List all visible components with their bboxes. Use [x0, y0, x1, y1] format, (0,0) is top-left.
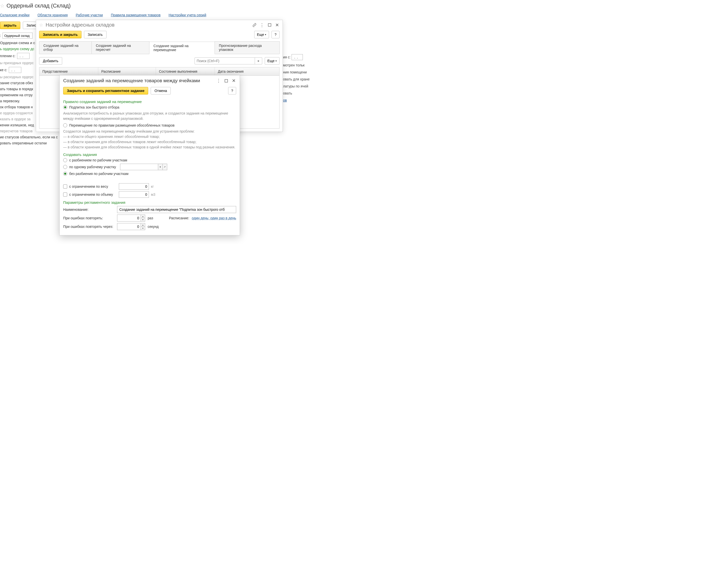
star-icon[interactable]: ☆	[39, 22, 43, 28]
bg-text7: е ордера создаются	[0, 111, 33, 115]
desc-replenish: Анализируется потребность в разных упако…	[63, 111, 236, 121]
schedule-label: Расписание:	[169, 216, 189, 220]
maximize-icon[interactable]	[224, 78, 229, 83]
tab-selection[interactable]: Создание заданий на отбор	[39, 41, 92, 54]
radio-split-areas[interactable]	[63, 158, 67, 162]
col-end-date[interactable]: Дата окончания	[215, 68, 279, 76]
save-close-button[interactable]: Закрыть и сохранить регламентное задание	[63, 87, 148, 94]
name-input[interactable]	[117, 206, 236, 213]
search-input[interactable]	[195, 57, 255, 65]
retry-label: При ошибках повторять:	[63, 216, 115, 220]
right4: латуры по ячей	[283, 84, 310, 88]
more-button-2[interactable]: Еще ▾	[265, 57, 280, 65]
col-schedule[interactable]: Расписание	[98, 68, 156, 76]
col-representation[interactable]: Представление	[39, 68, 98, 76]
tab-movement[interactable]: Создание заданий на перемещение	[149, 42, 215, 54]
svg-rect-0	[268, 24, 271, 26]
weight-input[interactable]	[119, 183, 149, 190]
radio-placement-rules[interactable]	[63, 123, 67, 127]
page-title: Ордерный склад (Склад)	[6, 2, 71, 9]
link-icon[interactable]	[252, 23, 257, 28]
section-heading: Ордерная схема и с	[0, 41, 35, 45]
right1: мотрен тольк	[283, 63, 310, 67]
nav-cells[interactable]: Складские ячейки	[0, 13, 30, 17]
nav-links: Складские ячейки Области хранения Рабочи…	[0, 11, 310, 20]
search-clear-button[interactable]: ×	[255, 57, 262, 65]
retry-after-input[interactable]	[117, 223, 141, 230]
date-input-2[interactable]	[9, 67, 21, 73]
nav-placement-rules[interactable]: Правила размещения товаров	[111, 13, 160, 17]
more-button[interactable]: Еще ▾	[254, 31, 269, 38]
retry-after-unit: секунд	[148, 224, 159, 229]
right3: овать для хране	[283, 77, 310, 81]
spinner-down-icon[interactable]: ▼	[141, 227, 145, 230]
radio-no-split-label: без разбиения по рабочим участкам	[69, 172, 128, 176]
nav-series-settings[interactable]: Настройки учета серий	[168, 13, 206, 17]
volume-unit: м3	[151, 193, 155, 197]
right-date-input[interactable]	[291, 54, 303, 60]
spinner-down-icon[interactable]: ▼	[141, 218, 145, 221]
svg-rect-1	[225, 79, 228, 82]
col-status[interactable]: Состояние выполнения	[156, 68, 215, 76]
section-rule: Правило создания заданий на перемещение	[63, 99, 236, 104]
section-create: Создавать задания	[63, 152, 236, 157]
cancel-button[interactable]: Отмена	[151, 87, 171, 94]
bg-text11: ие статусов обязательно, если на с	[0, 135, 58, 139]
maximize-icon[interactable]	[267, 23, 272, 28]
retry-unit: раз	[148, 216, 153, 220]
spinner-up-icon[interactable]: ▲	[141, 215, 145, 218]
add-button[interactable]: Добавить	[39, 57, 62, 65]
radio-replenish-label: Подпитка зон быстрого отбора	[69, 105, 119, 109]
dropdown-icon[interactable]: ▾	[158, 164, 162, 170]
tab-recount[interactable]: Создание заданий на пересчет	[91, 41, 150, 54]
bg-text8: казать в ордере за	[0, 117, 31, 121]
right6-link[interactable]: ов	[283, 98, 287, 102]
right2: ния помещени	[283, 70, 310, 74]
menu-icon[interactable]: ⋮	[259, 23, 265, 28]
radio-replenish[interactable]	[63, 105, 67, 109]
bg-text9: кении излишков, нед	[0, 123, 34, 127]
spinner-up-icon[interactable]: ▲	[141, 223, 145, 227]
bg-text2: ы расходных ордерс	[0, 75, 34, 79]
weight-label: с ограничением по весу	[69, 184, 117, 189]
close-button[interactable]: акрыть	[0, 22, 20, 29]
bg-text6: ок отбора товаров н	[0, 105, 33, 109]
radio-one-area-label: по одному рабочему участку	[69, 165, 116, 169]
nav-storage-areas[interactable]: Области хранения	[37, 13, 68, 17]
checkbox-weight[interactable]	[63, 184, 67, 189]
right5: овать	[283, 91, 310, 95]
retry-input[interactable]	[117, 214, 141, 221]
bg-text12: ровать оперативные остатки	[0, 141, 47, 145]
radio-no-split[interactable]	[63, 172, 67, 176]
desc-placement: Создаются задания на перемещение между я…	[63, 129, 236, 150]
save-close-button[interactable]: Записать и закрыть	[39, 31, 81, 38]
window-title: Настройки адресных складов	[46, 22, 249, 28]
name-label: Наименование:	[63, 208, 115, 211]
bg-text4: ать товары в порядк	[0, 87, 33, 91]
work-area-select[interactable]	[120, 164, 158, 170]
checkbox-volume[interactable]	[63, 193, 67, 197]
date-input-1[interactable]	[17, 53, 30, 59]
close-icon[interactable]: ✕	[231, 78, 236, 83]
help-button[interactable]: ?	[228, 87, 236, 94]
close-icon[interactable]: ✕	[275, 23, 280, 28]
open-icon[interactable]: ↗	[162, 164, 167, 170]
tab-forecast[interactable]: Прогнозирование расхода упаковок	[214, 41, 280, 54]
warehouse-input[interactable]	[2, 33, 33, 39]
movement-dialog: Создание заданий на перемещение товаров …	[59, 75, 240, 235]
volume-input[interactable]	[119, 191, 149, 198]
retry-after-label: При ошибках повторять через:	[63, 224, 115, 229]
weight-unit: кг	[151, 184, 154, 189]
star-icon[interactable]: ☆	[0, 3, 4, 9]
radio-one-area[interactable]	[63, 165, 67, 169]
dialog-title: Создание заданий на перемещение товаров …	[63, 78, 213, 83]
menu-icon[interactable]: ⋮	[216, 78, 221, 83]
nav-work-areas[interactable]: Рабочие участки	[76, 13, 103, 17]
bg-text5: оряжением на отгру	[0, 93, 33, 97]
write-button[interactable]: Записать	[84, 31, 107, 38]
bg-text10: пересчетов товаров	[0, 129, 33, 133]
help-button[interactable]: ?	[272, 31, 280, 38]
schedule-link[interactable]: один день; один раз в день	[192, 216, 236, 220]
bg-text5b: а перевозку.	[0, 99, 20, 103]
volume-label: с ограничением по объему	[69, 193, 117, 197]
